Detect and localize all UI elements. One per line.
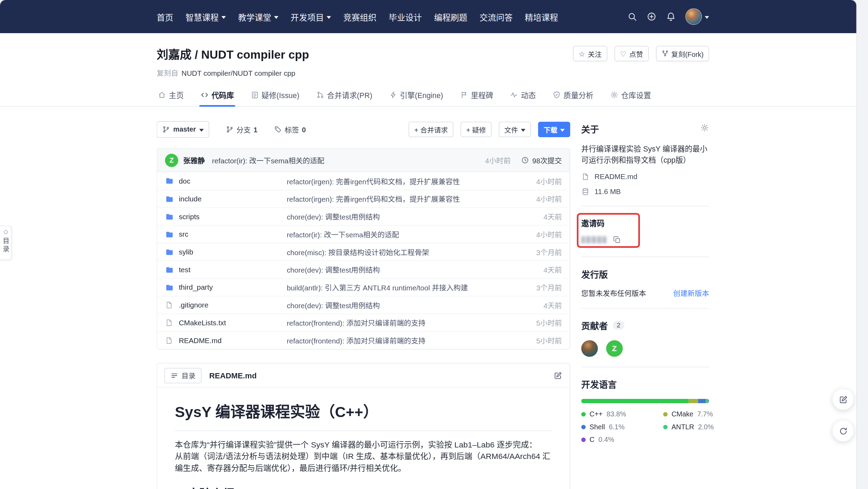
- tab-activity[interactable]: 动态: [509, 86, 537, 106]
- commit-message[interactable]: refactor(ir): 改一下sema相关的适配: [287, 229, 525, 239]
- tags-label: 标签: [285, 124, 299, 135]
- table-row[interactable]: third_party build(antlr): 引入第三方 ANTLR4 r…: [157, 278, 570, 296]
- tab-quality[interactable]: 质量分析: [552, 86, 595, 106]
- refresh-button[interactable]: [833, 420, 854, 441]
- table-row[interactable]: .gitignore chore(dev): 调整test用例结构 4天前: [157, 296, 570, 314]
- commit-author[interactable]: 张雅静: [183, 155, 205, 165]
- branch-selector[interactable]: master: [157, 121, 210, 138]
- commit-time: 4天前: [544, 300, 562, 310]
- language-name: CMake: [671, 410, 693, 418]
- gear-icon[interactable]: [700, 123, 709, 134]
- tags-count[interactable]: 标签0: [274, 124, 306, 135]
- file-name[interactable]: README.md: [179, 336, 282, 345]
- table-row[interactable]: doc refactor(irgen): 完善irgen代码和文档，提升扩展兼容…: [157, 172, 570, 190]
- tab-code[interactable]: 代码库: [199, 86, 235, 106]
- nav-graduation-design[interactable]: 毕业设计: [389, 11, 422, 22]
- table-row[interactable]: test chore(dev): 调整test用例结构 4天前: [157, 260, 570, 278]
- commit-message[interactable]: refactor(irgen): 完善irgen代码和文档，提升扩展兼容性: [287, 194, 525, 204]
- branch-icon: [226, 126, 234, 133]
- search-icon[interactable]: [627, 12, 637, 22]
- file-name[interactable]: third_party: [179, 283, 282, 291]
- nav-teaching-classroom[interactable]: 教学课堂: [238, 11, 279, 22]
- tab-settings[interactable]: 仓库设置: [609, 86, 652, 106]
- page-title[interactable]: 刘嘉成 / NUDT compiler cpp: [157, 45, 309, 62]
- nav-dev-projects[interactable]: 开发项目: [291, 11, 331, 22]
- commits-count[interactable]: 98次提交: [521, 155, 562, 165]
- file-name[interactable]: sylib: [179, 248, 282, 256]
- language-name: ANTLR: [671, 423, 694, 431]
- tab-issues[interactable]: 疑修(Issue): [249, 86, 300, 106]
- table-row[interactable]: sylib chore(misc): 按目录结构设计初始化工程骨架 3个月前: [157, 243, 570, 261]
- edit-icon[interactable]: [554, 371, 562, 380]
- commit-message[interactable]: chore(dev): 调整test用例结构: [287, 265, 532, 275]
- commit-message[interactable]: build(antlr): 引入第三方 ANTLR4 runtime/tool …: [287, 282, 525, 292]
- nav-coding-practice[interactable]: 编程刷题: [434, 11, 467, 22]
- nav-qa[interactable]: 交流问答: [480, 11, 513, 22]
- branches-count-value: 1: [254, 125, 257, 134]
- chevron-down-icon: [221, 16, 226, 18]
- commit-message[interactable]: chore(misc): 按目录结构设计初始化工程骨架: [287, 247, 525, 257]
- commit-message[interactable]: chore(dev): 调整test用例结构: [287, 211, 532, 222]
- feedback-edit-button[interactable]: [833, 389, 854, 410]
- commit-author-avatar[interactable]: Z: [165, 154, 178, 167]
- file-name[interactable]: include: [179, 195, 282, 203]
- table-row[interactable]: include refactor(irgen): 完善irgen代码和文档，提升…: [157, 190, 570, 208]
- nav-smart-courses[interactable]: 智慧课程: [185, 11, 226, 22]
- toc-dock-tab[interactable]: 目录: [0, 226, 12, 260]
- file-icon: [165, 319, 174, 327]
- table-row[interactable]: src refactor(ir): 改一下sema相关的适配 4小时前: [157, 225, 570, 243]
- chevron-down-icon: [199, 128, 204, 131]
- nav-home[interactable]: 首页: [157, 11, 174, 22]
- create-release-link[interactable]: 创建新版本: [673, 288, 709, 298]
- watch-button[interactable]: ☆ 关注: [573, 46, 607, 61]
- file-name[interactable]: CMakeLists.txt: [179, 319, 282, 327]
- file-name[interactable]: doc: [179, 177, 282, 185]
- latest-commit-message[interactable]: refactor(ir): 改一下sema相关的适配: [212, 155, 324, 165]
- commit-message[interactable]: refactor(frontend): 添加对只编译前端的支持: [287, 335, 525, 346]
- commit-message[interactable]: refactor(irgen): 完善irgen代码和文档，提升扩展兼容性: [287, 176, 525, 186]
- readme-paragraph-line: 从前端（词法/语法分析与语法树处理）到中端（IR 生成、基本标量优化），再到后端…: [175, 452, 550, 473]
- repo-toolbar: master 分支1 标签0 + 合并请求 + 疑修 文件 下载: [157, 121, 570, 138]
- tab-engine[interactable]: 引擎(Engine): [388, 86, 444, 106]
- new-issue-button[interactable]: + 疑修: [461, 122, 491, 137]
- file-icon: [165, 336, 174, 345]
- branches-count[interactable]: 分支1: [226, 124, 258, 135]
- tab-milestones[interactable]: 里程碑: [459, 86, 494, 106]
- nav-training-courses[interactable]: 精培课程: [525, 11, 558, 22]
- readme-filename: README.md: [209, 371, 257, 380]
- commit-time: 3个月前: [536, 282, 562, 292]
- commit-message[interactable]: chore(dev): 调整test用例结构: [287, 300, 532, 310]
- readme-link[interactable]: README.md: [595, 172, 637, 181]
- file-name[interactable]: src: [179, 230, 282, 238]
- tab-pull-requests[interactable]: 合并请求(PR): [315, 86, 373, 106]
- like-button[interactable]: ♡ 点赞: [614, 46, 649, 61]
- bell-icon[interactable]: [666, 12, 676, 22]
- repo-sidebar: 关于 并行编译课程实验 SysY 编译器的最小可运行示例和指导文档（cpp版） …: [581, 121, 709, 444]
- contributor-avatar[interactable]: Z: [606, 340, 623, 357]
- dot-icon: [3, 230, 7, 234]
- plus-circle-icon[interactable]: [647, 12, 657, 22]
- commit-message[interactable]: refactor(frontend): 添加对只编译前端的支持: [287, 318, 525, 328]
- branch-icon: [162, 126, 170, 133]
- table-row[interactable]: README.md refactor(frontend): 添加对只编译前端的支…: [157, 331, 570, 349]
- branches-label: 分支: [236, 124, 251, 135]
- download-button[interactable]: 下载: [538, 122, 570, 137]
- tab-home[interactable]: 主页: [157, 86, 185, 106]
- file-menu-button[interactable]: 文件: [499, 122, 531, 137]
- folder-icon: [165, 194, 174, 203]
- user-menu[interactable]: [685, 8, 709, 25]
- file-name[interactable]: test: [179, 266, 282, 274]
- file-name[interactable]: .gitignore: [179, 301, 282, 309]
- table-row[interactable]: scripts chore(dev): 调整test用例结构 4天前: [157, 207, 570, 225]
- table-row[interactable]: CMakeLists.txt refactor(frontend): 添加对只编…: [157, 314, 570, 332]
- commits-count-label: 98次提交: [532, 155, 562, 165]
- file-name[interactable]: scripts: [179, 213, 282, 221]
- fork-button[interactable]: 复刻(Fork): [656, 46, 709, 61]
- nav-competitions[interactable]: 竞赛组织: [343, 11, 377, 22]
- contributor-avatar[interactable]: [581, 340, 598, 357]
- new-pr-button[interactable]: + 合并请求: [409, 122, 453, 137]
- copy-icon[interactable]: [613, 235, 621, 244]
- tab-label: 代码库: [211, 89, 234, 100]
- forked-from-link[interactable]: NUDT compiler/NUDT compiler cpp: [182, 69, 296, 77]
- toc-button[interactable]: 目录: [165, 368, 202, 383]
